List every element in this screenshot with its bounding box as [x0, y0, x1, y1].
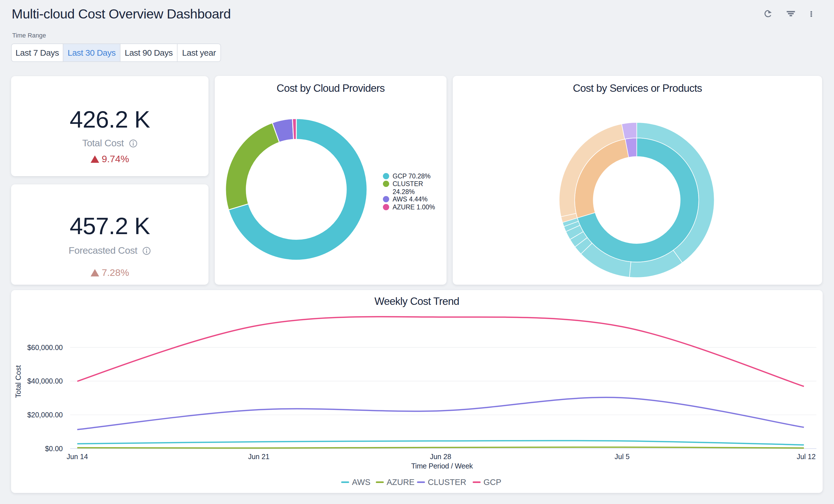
- svg-text:Jun 28: Jun 28: [430, 453, 451, 461]
- svg-text:$60,000.00: $60,000.00: [27, 344, 63, 351]
- svg-text:$20,000.00: $20,000.00: [27, 411, 63, 419]
- svg-text:Jun 14: Jun 14: [66, 453, 88, 461]
- svg-text:$40,000.00: $40,000.00: [27, 377, 63, 385]
- svg-text:Total Cost: Total Cost: [14, 365, 22, 398]
- svg-text:CLUSTER: CLUSTER: [428, 478, 466, 487]
- svg-text:Jul 5: Jul 5: [615, 453, 630, 461]
- svg-text:AZURE: AZURE: [387, 478, 414, 487]
- svg-text:Jul 12: Jul 12: [797, 453, 816, 461]
- svg-text:Jun 21: Jun 21: [248, 453, 269, 461]
- svg-text:AWS: AWS: [352, 478, 370, 487]
- svg-text:GCP: GCP: [483, 478, 501, 487]
- svg-text:$0.00: $0.00: [45, 445, 63, 453]
- svg-text:Time Period / Week: Time Period / Week: [411, 462, 473, 470]
